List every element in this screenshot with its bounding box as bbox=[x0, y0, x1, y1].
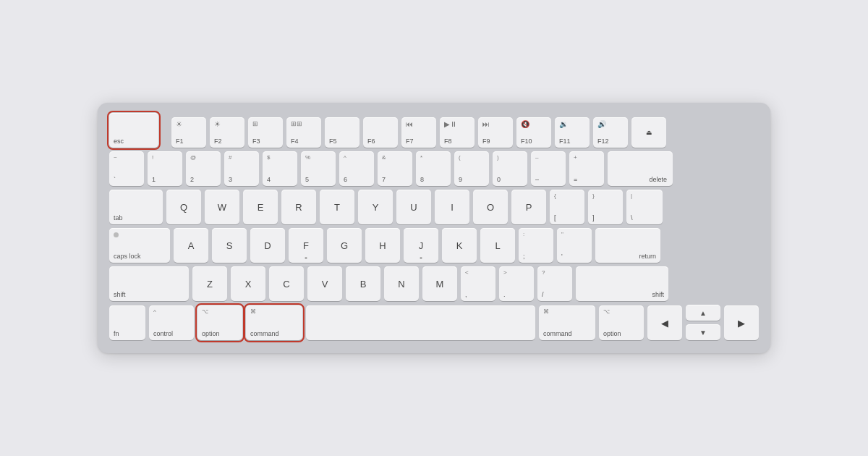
key-equals[interactable]: + = bbox=[569, 151, 604, 186]
key-f3[interactable]: ⊞ F3 bbox=[248, 117, 283, 148]
key-pipe[interactable]: | \ bbox=[626, 190, 663, 224]
key-f4[interactable]: ⊞⊞ F4 bbox=[286, 117, 321, 148]
key-7[interactable]: & 7 bbox=[378, 151, 412, 186]
key-f12[interactable]: 🔊 F12 bbox=[593, 117, 628, 148]
key-8[interactable]: * 8 bbox=[416, 151, 451, 186]
zxcv-row: shift Z X C V B N M < , > . ? / shift bbox=[109, 266, 759, 301]
key-caps-lock[interactable]: caps lock bbox=[109, 228, 170, 263]
key-x[interactable]: X bbox=[231, 266, 265, 301]
key-arrow-left[interactable]: ◀ bbox=[647, 305, 682, 340]
key-v[interactable]: V bbox=[307, 266, 342, 301]
key-return[interactable]: return bbox=[595, 228, 660, 263]
number-row: ~ ` ! 1 @ 2 # 3 $ 4 % 5 ^ 6 & 7 bbox=[109, 151, 759, 186]
key-control[interactable]: ^ control bbox=[149, 305, 194, 340]
key-k[interactable]: K bbox=[442, 228, 477, 263]
key-u[interactable]: U bbox=[396, 190, 431, 224]
key-o[interactable]: O bbox=[473, 190, 508, 224]
key-lbracket[interactable]: { [ bbox=[550, 190, 584, 224]
key-f9[interactable]: ⏭ F9 bbox=[478, 117, 513, 148]
key-s[interactable]: S bbox=[212, 228, 247, 263]
key-r[interactable]: R bbox=[281, 190, 316, 224]
key-minus[interactable]: – – bbox=[531, 151, 566, 186]
key-f1[interactable]: ☀ F1 bbox=[171, 117, 206, 148]
key-t[interactable]: T bbox=[320, 190, 354, 224]
key-command-right[interactable]: ⌘ command bbox=[539, 305, 595, 340]
key-w[interactable]: W bbox=[205, 190, 239, 224]
key-h[interactable]: H bbox=[365, 228, 400, 263]
key-f8[interactable]: ▶⏸ F8 bbox=[440, 117, 475, 148]
key-tab[interactable]: tab bbox=[109, 190, 163, 224]
key-backtick[interactable]: ~ ` bbox=[109, 151, 144, 186]
key-i[interactable]: I bbox=[435, 190, 469, 224]
key-p[interactable]: P bbox=[511, 190, 546, 224]
asdf-row: caps lock A S D F G H J K L : ; " ' retu… bbox=[109, 228, 759, 263]
key-slash[interactable]: ? / bbox=[537, 266, 572, 301]
key-esc[interactable]: esc bbox=[109, 113, 158, 148]
caps-lock-indicator bbox=[114, 232, 119, 237]
key-space[interactable] bbox=[306, 305, 535, 340]
key-f10[interactable]: 🔇 F10 bbox=[516, 117, 551, 148]
key-0[interactable]: ) 0 bbox=[493, 151, 527, 186]
key-f2[interactable]: ☀ F2 bbox=[210, 117, 244, 148]
key-arrow-down[interactable]: ▼ bbox=[686, 324, 720, 340]
key-z[interactable]: Z bbox=[192, 266, 227, 301]
key-5[interactable]: % 5 bbox=[301, 151, 336, 186]
key-f11[interactable]: 🔉 F11 bbox=[555, 117, 590, 148]
key-g[interactable]: G bbox=[327, 228, 362, 263]
key-a[interactable]: A bbox=[174, 228, 208, 263]
key-d[interactable]: D bbox=[250, 228, 285, 263]
key-command-left[interactable]: ⌘ command bbox=[246, 305, 302, 340]
bottom-row: fn ^ control ⌥ option ⌘ command ⌘ comman… bbox=[109, 305, 759, 340]
qwerty-row: tab Q W E R T Y U I O P { [ } ] | \ bbox=[109, 190, 759, 224]
key-rbracket[interactable]: } ] bbox=[588, 190, 623, 224]
key-shift-left[interactable]: shift bbox=[109, 266, 189, 301]
key-b[interactable]: B bbox=[346, 266, 380, 301]
key-option-left[interactable]: ⌥ option bbox=[197, 305, 242, 340]
key-option-right[interactable]: ⌥ option bbox=[599, 305, 644, 340]
key-arrow-up[interactable]: ▲ bbox=[686, 305, 720, 321]
key-6[interactable]: ^ 6 bbox=[339, 151, 374, 186]
key-f[interactable]: F bbox=[289, 228, 323, 263]
key-q[interactable]: Q bbox=[166, 190, 201, 224]
key-comma[interactable]: < , bbox=[461, 266, 495, 301]
key-period[interactable]: > . bbox=[499, 266, 534, 301]
key-m[interactable]: M bbox=[422, 266, 457, 301]
key-shift-right[interactable]: shift bbox=[576, 266, 668, 301]
key-f7[interactable]: ⏮ F7 bbox=[401, 117, 436, 148]
key-l[interactable]: L bbox=[480, 228, 515, 263]
fn-row: esc ☀ F1 ☀ F2 ⊞ F3 ⊞⊞ F4 F5 F6 ⏮ F7 bbox=[109, 113, 759, 148]
key-f5[interactable]: F5 bbox=[325, 117, 359, 148]
key-4[interactable]: $ 4 bbox=[263, 151, 297, 186]
keyboard: esc ☀ F1 ☀ F2 ⊞ F3 ⊞⊞ F4 F5 F6 ⏮ F7 bbox=[98, 103, 770, 353]
key-2[interactable]: @ 2 bbox=[186, 151, 221, 186]
key-n[interactable]: N bbox=[384, 266, 419, 301]
key-1[interactable]: ! 1 bbox=[148, 151, 182, 186]
key-fn[interactable]: fn bbox=[109, 305, 145, 340]
key-f6[interactable]: F6 bbox=[363, 117, 398, 148]
key-arrow-right[interactable]: ▶ bbox=[724, 305, 759, 340]
key-quote[interactable]: " ' bbox=[557, 228, 592, 263]
key-e[interactable]: E bbox=[243, 190, 278, 224]
key-j[interactable]: J bbox=[404, 228, 438, 263]
key-9[interactable]: ( 9 bbox=[454, 151, 489, 186]
key-semicolon[interactable]: : ; bbox=[519, 228, 553, 263]
key-y[interactable]: Y bbox=[358, 190, 393, 224]
key-3[interactable]: # 3 bbox=[224, 151, 259, 186]
key-delete[interactable]: delete bbox=[608, 151, 673, 186]
key-eject[interactable]: ⏏ bbox=[631, 117, 666, 148]
key-c[interactable]: C bbox=[269, 266, 304, 301]
